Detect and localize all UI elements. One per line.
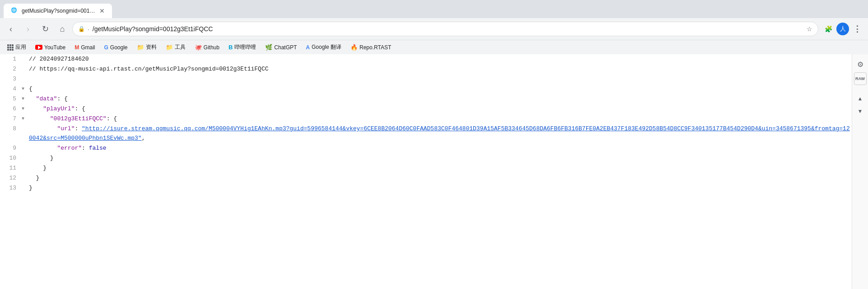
line-toggle-9 xyxy=(22,143,29,145)
scroll-down-button[interactable]: ▼ xyxy=(854,105,867,118)
tab-favicon: 🌐 xyxy=(11,7,18,14)
line-10: 10 } xyxy=(0,153,852,163)
tab-close-icon[interactable]: ✕ xyxy=(99,7,105,14)
line-number-13: 13 xyxy=(0,183,22,193)
google-icon: G xyxy=(104,44,108,51)
reload-button[interactable]: ↻ xyxy=(38,22,52,36)
bookmark-youtube[interactable]: YouTube xyxy=(32,43,69,52)
line-toggle-11 xyxy=(22,163,29,165)
line-toggle-5[interactable]: ▼ xyxy=(22,94,29,103)
bilibili-icon: B xyxy=(229,44,233,51)
bilibili-label: 哔哩哔哩 xyxy=(234,43,256,51)
line-number-6: 6 xyxy=(0,104,22,114)
line-toggle-1 xyxy=(22,54,29,56)
line-toggle-3 xyxy=(22,74,29,76)
line-content-11: } xyxy=(29,163,852,173)
nav-right-btns: 🧩 人 ⋮ xyxy=(821,22,864,36)
line-number-8: 8 xyxy=(0,124,22,134)
gongju-label: 工具 xyxy=(175,43,186,51)
google-label: Google xyxy=(110,44,128,51)
github-icon: 🐙 xyxy=(195,44,202,51)
line-7: 7 ▼ "0012g3Et1iFQCC": { xyxy=(0,114,852,124)
line-1: 1 // 20240927184620 xyxy=(0,54,852,64)
line-toggle-13 xyxy=(22,183,29,185)
line-number-5: 5 xyxy=(0,94,22,104)
scroll-arrows: ▲ ▼ xyxy=(854,92,867,118)
line-content-9: "error": false xyxy=(29,143,852,153)
apps-grid-icon xyxy=(7,44,14,51)
bookmark-repo[interactable]: 🔥 Repo.RTAST xyxy=(347,43,395,52)
repo-label: Repo.RTAST xyxy=(359,44,391,51)
chatgpt-icon: 🌿 xyxy=(265,44,272,51)
line-content-5: "data": { xyxy=(29,94,852,104)
folder-icon-1: 📁 xyxy=(137,44,144,51)
line-number-3: 3 xyxy=(0,74,22,84)
profile-avatar[interactable]: 人 xyxy=(836,23,849,35)
right-panel: ⚙ RAW ▲ ▼ xyxy=(852,54,868,289)
bookmark-bilibili[interactable]: B 哔哩哔哩 xyxy=(225,43,260,52)
line-toggle-12 xyxy=(22,173,29,175)
line-number-9: 9 xyxy=(0,143,22,153)
content-area: 1 // 20240927184620 2 // https://qq-musi… xyxy=(0,54,868,289)
gtrans-label: Google 翻译 xyxy=(312,43,341,51)
line-number-12: 12 xyxy=(0,173,22,183)
line-toggle-8 xyxy=(22,124,29,125)
raw-button[interactable]: RAW xyxy=(854,72,867,85)
line-4: 4 ▼ { xyxy=(0,84,852,94)
line-3: 3 xyxy=(0,74,852,84)
forward-button[interactable]: › xyxy=(21,22,35,36)
nav-bar: ‹ › ↻ ⌂ 🔒 · /getMusicPlay?songmid=0012g3… xyxy=(0,18,868,40)
extensions-button[interactable]: 🧩 xyxy=(821,22,835,36)
line-2: 2 // https://qq-music-api.rtast.cn/getMu… xyxy=(0,64,852,74)
address-bar[interactable]: 🔒 · /getMusicPlay?songmid=0012g3Et1iFQCC… xyxy=(72,22,818,36)
line-content-12: } xyxy=(29,173,852,183)
bookmark-google[interactable]: G Google xyxy=(101,43,131,52)
gmail-icon: M xyxy=(75,44,79,51)
browser-window: 🌐 getMusicPlay?songmid=0012g3Et1i... ✕ ‹… xyxy=(0,0,868,289)
line-toggle-7[interactable]: ▼ xyxy=(22,114,29,123)
bookmark-gongju[interactable]: 📁 工具 xyxy=(162,43,189,52)
line-content-13: } xyxy=(29,183,852,193)
gtrans-icon: A xyxy=(306,44,310,51)
address-lock-icon: 🔒 xyxy=(78,26,85,32)
ziliao-label: 资料 xyxy=(146,43,157,51)
active-tab[interactable]: 🌐 getMusicPlay?songmid=0012g3Et1i... ✕ xyxy=(4,4,112,18)
line-content-4: { xyxy=(29,84,852,94)
line-content-1: // 20240927184620 xyxy=(29,54,852,64)
line-5: 5 ▼ "data": { xyxy=(0,94,852,104)
tab-bar: 🌐 getMusicPlay?songmid=0012g3Et1i... ✕ xyxy=(0,0,868,18)
bookmark-chatgpt[interactable]: 🌿 ChatGPT xyxy=(261,43,300,52)
home-button[interactable]: ⌂ xyxy=(55,22,70,36)
line-content-7: "0012g3Et1iFQCC": { xyxy=(29,114,852,124)
bookmark-github[interactable]: 🐙 Github xyxy=(191,43,223,52)
bookmark-gmail[interactable]: M Gmail xyxy=(71,43,98,52)
line-number-4: 4 xyxy=(0,84,22,94)
url-link[interactable]: "http://isure.stream.qqmusic.qq.com/M500… xyxy=(29,125,850,142)
scroll-up-button[interactable]: ▲ xyxy=(854,92,867,105)
menu-button[interactable]: ⋮ xyxy=(850,22,864,36)
tab-title: getMusicPlay?songmid=0012g3Et1i... xyxy=(22,8,96,14)
line-toggle-4[interactable]: ▼ xyxy=(22,84,29,93)
line-number-2: 2 xyxy=(0,64,22,74)
line-toggle-6[interactable]: ▼ xyxy=(22,104,29,113)
bookmark-apps[interactable]: 应用 xyxy=(4,43,30,52)
back-button[interactable]: ‹ xyxy=(4,22,18,36)
bookmark-googletrans[interactable]: A Google 翻译 xyxy=(302,43,345,52)
gmail-label: Gmail xyxy=(81,44,95,51)
address-bookmark-icon[interactable]: ☆ xyxy=(807,25,812,33)
apps-label: 应用 xyxy=(15,43,26,51)
line-number-10: 10 xyxy=(0,153,22,163)
line-12: 12 } xyxy=(0,173,852,183)
line-13: 13 } xyxy=(0,183,852,193)
line-content-10: } xyxy=(29,153,852,163)
line-6: 6 ▼ "playUrl": { xyxy=(0,104,852,114)
line-content-3 xyxy=(29,74,852,84)
line-number-7: 7 xyxy=(0,114,22,124)
settings-button[interactable]: ⚙ xyxy=(854,58,867,71)
folder-icon-2: 📁 xyxy=(166,44,173,51)
bookmarks-bar: 应用 YouTube M Gmail G Google 📁 资料 📁 工具 xyxy=(0,40,868,54)
line-content-2: // https://qq-music-api.rtast.cn/getMusi… xyxy=(29,64,852,74)
youtube-icon xyxy=(35,45,42,50)
bookmark-ziliao[interactable]: 📁 资料 xyxy=(133,43,160,52)
chatgpt-label: ChatGPT xyxy=(274,44,297,51)
